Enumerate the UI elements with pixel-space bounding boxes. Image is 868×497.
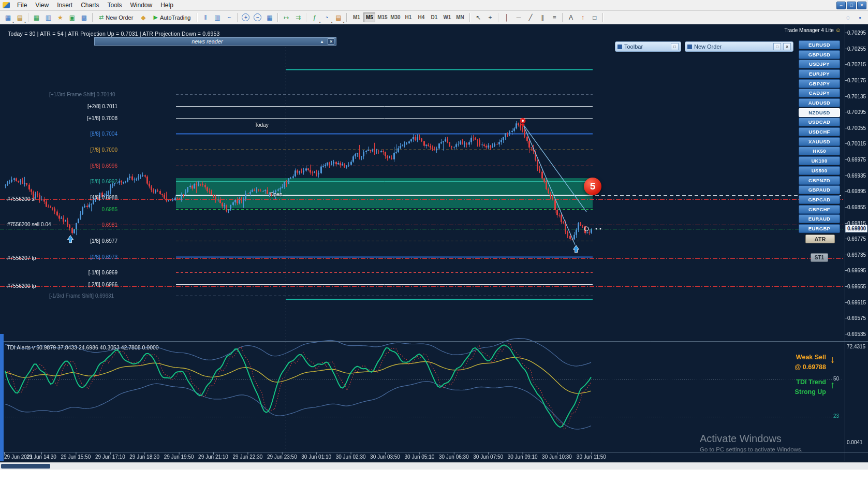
annotation-badge: 5 [584, 178, 601, 195]
symbol-button-gbpchf[interactable]: GBPCHF [799, 205, 840, 214]
zoom-search-icon[interactable]: ◌ [843, 12, 854, 23]
symbol-button-xauusd[interactable]: XAUUSD [799, 137, 840, 146]
atr-button[interactable]: ATR [805, 235, 835, 243]
chevron-down-icon: ▾ [343, 20, 344, 24]
strategy-tester-icon[interactable]: ▩ [79, 12, 90, 23]
toolbar-separator [346, 13, 347, 22]
terminal-icon[interactable]: ▣ [67, 12, 78, 23]
timeframe-m30[interactable]: M30 [389, 12, 401, 22]
symbol-button-audusd[interactable]: AUDUSD [799, 98, 840, 107]
zoom-out-icon[interactable]: − [254, 13, 261, 21]
murrey-level-label: [6/8] 0.6996 [49, 163, 117, 169]
indicator-scale-max: 72.4315 [847, 344, 865, 349]
menu-help[interactable]: Help [156, 1, 178, 10]
auto-scroll-icon[interactable]: ↦ [281, 12, 291, 23]
equidistant-channel-icon[interactable]: ∥ [537, 12, 548, 23]
close-icon[interactable]: ✕ [328, 38, 334, 45]
chart-shift-icon[interactable]: ⇉ [292, 12, 303, 23]
symbol-button-uk100[interactable]: UK100 [799, 156, 840, 165]
symbol-button-gbpusd[interactable]: GBPUSD [799, 50, 840, 59]
timeframe-m15[interactable]: M15 [376, 12, 388, 22]
toolbar-separator [602, 13, 603, 22]
new-chart-icon[interactable]: ▦▾ [3, 12, 13, 23]
templates-icon[interactable]: ▤▾ [333, 12, 344, 23]
scrollbar-thumb[interactable] [1, 464, 50, 469]
news-reader-window[interactable]: news reader ▲ ✕ [94, 37, 336, 46]
timeframe-h1[interactable]: H1 [402, 12, 414, 22]
chart-candles-icon[interactable]: ▥ [212, 12, 223, 23]
symbol-button-euraud[interactable]: EURAUD [799, 214, 840, 223]
shapes-icon[interactable]: □ [589, 12, 600, 23]
symbol-button-eurgbp[interactable]: EURGBP [799, 224, 840, 233]
autotrading-button[interactable]: ▶AutoTrading [150, 12, 194, 23]
trendline-icon[interactable]: ╱ [525, 12, 536, 23]
data-window-icon[interactable]: ▥ [43, 12, 54, 23]
symbol-button-gbpaud[interactable]: GBPAUD [799, 185, 840, 194]
timeframe-mn[interactable]: MN [454, 12, 466, 22]
symbol-button-cadjpy[interactable]: CADJPY [799, 89, 840, 97]
symbol-button-usdjpy[interactable]: USDJPY [799, 60, 840, 68]
chart-canvas[interactable] [0, 24, 868, 462]
symbol-button-gbpjpy[interactable]: GBPJPY [799, 79, 840, 88]
menu-charts[interactable]: Charts [77, 1, 103, 10]
fibonacci-icon[interactable]: ≡ [549, 12, 560, 23]
tile-windows-icon[interactable]: ▦ [264, 12, 275, 23]
time-axis-label: 29 Jun 18:30 [129, 454, 159, 460]
minimize-button[interactable]: – [836, 2, 846, 9]
timeframe-h4[interactable]: H4 [415, 12, 427, 22]
horizontal-line-icon[interactable]: ─ [513, 12, 524, 23]
close-icon[interactable]: ✕ [783, 43, 791, 50]
horizontal-scrollbar[interactable] [0, 462, 868, 470]
symbol-button-nzdusd[interactable]: NZDUSD [799, 108, 840, 117]
symbol-button-eurjpy[interactable]: EURJPY [799, 69, 840, 78]
collapse-icon[interactable]: ▲ [318, 39, 326, 44]
navigator-icon[interactable]: ★ [55, 12, 66, 23]
crosshair-icon[interactable]: + [484, 12, 495, 23]
atr-info-line: Today = 30 | ATR = 54 | ATR Projection U… [8, 31, 220, 37]
panel-toggle-icon[interactable]: ▪ [855, 12, 865, 23]
timeframe-w1[interactable]: W1 [441, 12, 453, 22]
restore-icon[interactable]: □ [773, 43, 781, 50]
symbol-button-hk50[interactable]: HK50 [799, 147, 840, 155]
symbol-button-eurusd[interactable]: EURUSD [799, 40, 840, 49]
arrow-objects-icon[interactable]: ↑ [577, 12, 588, 23]
cursor-icon[interactable]: ↖ [473, 12, 483, 23]
chart-line-icon[interactable]: ~ [224, 12, 234, 23]
close-button[interactable]: ✕ [857, 2, 866, 9]
indicators-icon[interactable]: ƒ▾ [309, 12, 320, 23]
signal-sell-price: @ 0.69788 [772, 363, 826, 371]
timeframe-d1[interactable]: D1 [428, 12, 440, 22]
market-watch-icon[interactable]: ▦ [31, 12, 42, 23]
profiles-icon[interactable]: ▤▾ [14, 12, 25, 23]
symbol-button-gbpcad[interactable]: GBPCAD [799, 195, 840, 204]
chart-left-scrollbar[interactable] [0, 334, 4, 461]
symbol-button-usdchf[interactable]: USDCHF [799, 127, 840, 136]
menu-view[interactable]: View [31, 1, 53, 10]
toolbar-separator [562, 13, 563, 22]
symbol-button-usdcad[interactable]: USDCAD [799, 118, 840, 126]
menu-window[interactable]: Window [126, 1, 157, 10]
chart-bars-icon[interactable]: ‖ [200, 12, 211, 23]
maximize-button[interactable]: □ [847, 2, 856, 9]
restore-icon[interactable]: □ [671, 43, 679, 50]
st1-button[interactable]: ST1 [811, 253, 828, 262]
menu-insert[interactable]: Insert [53, 1, 77, 10]
text-label-icon[interactable]: A [565, 12, 576, 23]
menu-tools[interactable]: Tools [104, 1, 126, 10]
price-scale-label: 0.70295 [847, 30, 866, 36]
floating-window-new-order[interactable]: New Order□✕ [685, 41, 793, 52]
news-reader-title: news reader [96, 38, 318, 45]
tdi-indicator-title: TDI Alerts v 50.9879 37.8433 24.6986 40.… [7, 344, 159, 350]
new-order-button[interactable]: ⇄New Order [95, 12, 137, 23]
symbol-button-us500[interactable]: US500 [799, 166, 840, 175]
vertical-line-icon[interactable]: │ [501, 12, 512, 23]
floating-window-toolbar[interactable]: Toolbar□ [615, 41, 681, 52]
timeframe-m5[interactable]: M5 [363, 12, 375, 22]
symbol-button-gbpnzd[interactable]: GBPNZD [799, 176, 840, 185]
periods-icon[interactable]: ◔▾ [321, 12, 332, 23]
price-scale-label: 0.70055 [847, 125, 866, 131]
timeframe-m1[interactable]: M1 [350, 12, 362, 22]
menu-file[interactable]: File [13, 1, 31, 10]
zoom-in-icon[interactable]: + [242, 13, 249, 21]
metaeditor-icon[interactable]: ◆ [138, 12, 149, 23]
